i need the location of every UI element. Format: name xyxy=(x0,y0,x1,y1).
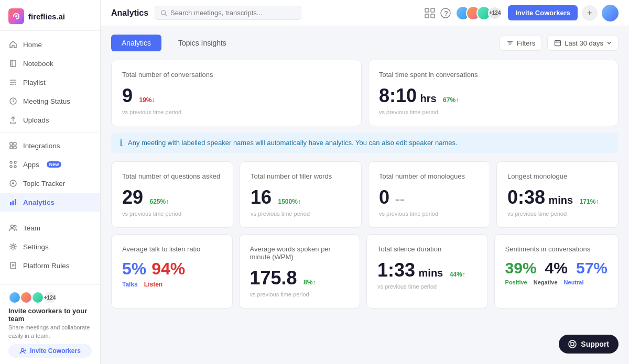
support-button[interactable]: Support xyxy=(559,335,619,354)
stat-value: 0:38 xyxy=(507,186,545,208)
stats-bottom-grid: Average talk to listen ratio 5% 94% Talk… xyxy=(111,234,619,308)
analytics-icon xyxy=(8,197,18,207)
sidebar-item-meeting-status[interactable]: Meeting Status xyxy=(0,92,100,111)
team-icon xyxy=(8,223,18,233)
invite-icon xyxy=(19,347,27,355)
search-bar[interactable] xyxy=(155,6,301,20)
stat-title: Total time spent in conversations xyxy=(379,71,608,79)
stat-title: Total silence duration xyxy=(377,245,477,253)
svg-rect-36 xyxy=(431,14,435,18)
avatar xyxy=(8,291,21,304)
sidebar-item-settings[interactable]: Settings xyxy=(0,237,100,256)
svg-line-48 xyxy=(570,341,571,343)
stat-vs: vs previous time period xyxy=(507,211,608,217)
stat-vs: vs previous time period xyxy=(379,109,608,115)
sidebar-item-label: Topic Tracker xyxy=(23,180,65,187)
playlist-icon xyxy=(8,78,18,87)
svg-line-50 xyxy=(570,346,571,347)
tab-topics[interactable]: Topics Insights xyxy=(168,35,237,51)
header-avatar-count: +124 xyxy=(488,6,502,20)
stat-title: Total number of filler words xyxy=(251,172,351,180)
add-button[interactable]: + xyxy=(582,5,598,21)
sentiment-neutral-label: Neutral xyxy=(564,279,584,285)
stat-vs: vs previous time period xyxy=(377,283,477,290)
stat-unit: mins xyxy=(549,194,573,206)
stat-card-time-spent: Total time spent in conversations 8:10 h… xyxy=(368,60,619,126)
svg-line-51 xyxy=(574,346,575,347)
svg-point-12 xyxy=(10,161,12,163)
sidebar-item-home[interactable]: Home xyxy=(0,35,100,54)
sidebar-item-team[interactable]: Team xyxy=(0,218,100,237)
stat-unit: hrs xyxy=(420,93,437,104)
svg-point-13 xyxy=(14,161,16,163)
integrations-icon xyxy=(8,141,18,150)
stat-card-monologues: Total number of monologues 0 -- vs previ… xyxy=(368,161,490,228)
tab-analytics[interactable]: Analytics xyxy=(111,35,161,51)
stat-card-filler-words: Total number of filler words 16 1500%↑ v… xyxy=(240,161,362,228)
stat-title: Average words spoken per minute (WPM) xyxy=(250,245,350,261)
stat-value: 1:33 xyxy=(377,259,415,281)
sidebar-item-label: Playlist xyxy=(23,79,46,86)
stat-title: Total number of questions asked xyxy=(122,172,222,180)
svg-point-22 xyxy=(14,225,16,227)
sidebar-item-label: Settings xyxy=(23,243,49,251)
stat-vs: vs previous time period xyxy=(379,211,479,217)
stat-value: 9 xyxy=(122,85,133,106)
sidebar-item-integrations[interactable]: Integrations xyxy=(0,136,100,155)
sidebar-item-label: Home xyxy=(23,41,42,49)
svg-point-47 xyxy=(571,343,574,346)
sentiment-negative-value: 4% xyxy=(545,259,568,277)
header: Analytics ? +124 xyxy=(101,0,629,26)
invite-title: Invite coworkers to your team xyxy=(8,307,92,323)
stat-change: 44%↑ xyxy=(450,271,465,278)
grid-icon xyxy=(424,7,436,19)
header-avatars: +124 xyxy=(456,6,502,20)
sidebar-item-uploads[interactable]: Uploads xyxy=(0,111,100,129)
tab-bar: Analytics Topics Insights Filters xyxy=(111,35,619,51)
sidebar-item-label: Analytics xyxy=(23,198,55,206)
help-icon: ? xyxy=(440,7,451,19)
svg-rect-1 xyxy=(10,60,16,67)
date-range-button[interactable]: Last 30 days xyxy=(547,36,619,51)
stat-change: 171%↑ xyxy=(580,198,599,205)
svg-rect-19 xyxy=(13,201,14,205)
user-avatar[interactable] xyxy=(602,5,619,21)
filter-button[interactable]: Filters xyxy=(500,36,542,51)
svg-line-49 xyxy=(574,341,575,343)
stats-top-grid: Total number of conversations 9 19%↓ vs … xyxy=(111,60,619,126)
talk-label: Talks xyxy=(122,281,138,288)
filter-icon xyxy=(506,39,514,47)
svg-rect-33 xyxy=(425,8,429,12)
settings-icon xyxy=(8,242,18,251)
stat-card-longest-monologue: Longest monologue 0:38 mins 171%↑ vs pre… xyxy=(496,161,619,228)
stat-card-sentiments: Sentiments in conversations 39% 4% 57% P… xyxy=(494,234,619,308)
avatar xyxy=(31,291,44,304)
svg-rect-35 xyxy=(425,14,429,18)
info-icon: ℹ xyxy=(120,138,123,148)
svg-rect-34 xyxy=(431,8,435,12)
stat-unit: mins xyxy=(419,267,443,279)
svg-rect-11 xyxy=(14,146,16,149)
search-input[interactable] xyxy=(170,9,296,17)
logo-area: fireflies.ai xyxy=(0,0,100,31)
sidebar-item-platform-rules[interactable]: Platform Rules xyxy=(0,256,100,275)
svg-rect-42 xyxy=(555,41,561,46)
svg-rect-9 xyxy=(14,142,16,145)
stat-value: 0 xyxy=(379,186,389,208)
svg-text:?: ? xyxy=(444,9,448,17)
sidebar-item-notebook[interactable]: Notebook xyxy=(0,54,100,73)
sidebar-item-label: Meeting Status xyxy=(23,97,70,105)
svg-point-23 xyxy=(12,246,15,248)
invite-coworkers-button[interactable]: Invite Coworkers xyxy=(508,5,578,20)
sidebar-item-playlist[interactable]: Playlist xyxy=(0,73,100,92)
svg-point-15 xyxy=(14,166,16,168)
sidebar-item-analytics[interactable]: Analytics xyxy=(0,193,100,212)
stat-card-talk-listen: Average talk to listen ratio 5% 94% Talk… xyxy=(111,234,233,308)
sidebar-item-label: Uploads xyxy=(23,116,49,124)
sidebar-item-apps[interactable]: Apps New xyxy=(0,155,100,174)
sentiment-positive-label: Positive xyxy=(505,279,527,285)
sidebar-item-topic-tracker[interactable]: Topic Tracker xyxy=(0,174,100,193)
calendar-icon xyxy=(554,39,561,47)
sidebar-invite-button[interactable]: Invite Coworkers xyxy=(8,344,92,358)
home-icon xyxy=(8,40,18,49)
